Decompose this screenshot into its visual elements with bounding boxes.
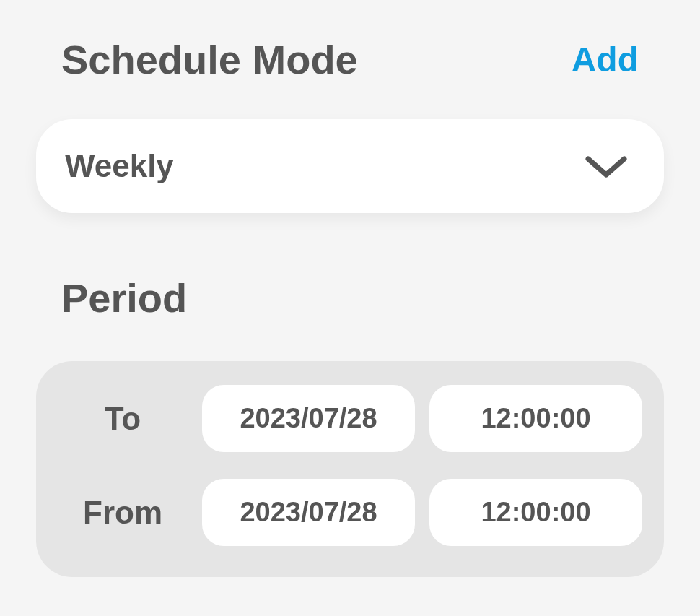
chevron-down-icon <box>585 153 628 179</box>
period-row-from: From 2023/07/28 12:00:00 <box>58 473 642 552</box>
period-row-to: To 2023/07/28 12:00:00 <box>58 379 642 467</box>
period-from-time[interactable]: 12:00:00 <box>429 479 642 546</box>
period-from-date[interactable]: 2023/07/28 <box>202 479 415 546</box>
schedule-mode-title: Schedule Mode <box>61 36 358 83</box>
add-button[interactable]: Add <box>572 40 639 79</box>
period-to-time[interactable]: 12:00:00 <box>429 385 642 452</box>
period-container: To 2023/07/28 12:00:00 From 2023/07/28 1… <box>36 361 664 577</box>
period-to-label: To <box>105 401 141 437</box>
period-to-date[interactable]: 2023/07/28 <box>202 385 415 452</box>
period-title: Period <box>36 274 664 321</box>
schedule-mode-header: Schedule Mode Add <box>36 36 664 83</box>
schedule-mode-dropdown[interactable]: Weekly <box>36 119 664 213</box>
dropdown-selected-label: Weekly <box>65 148 174 184</box>
period-from-label: From <box>83 495 162 531</box>
